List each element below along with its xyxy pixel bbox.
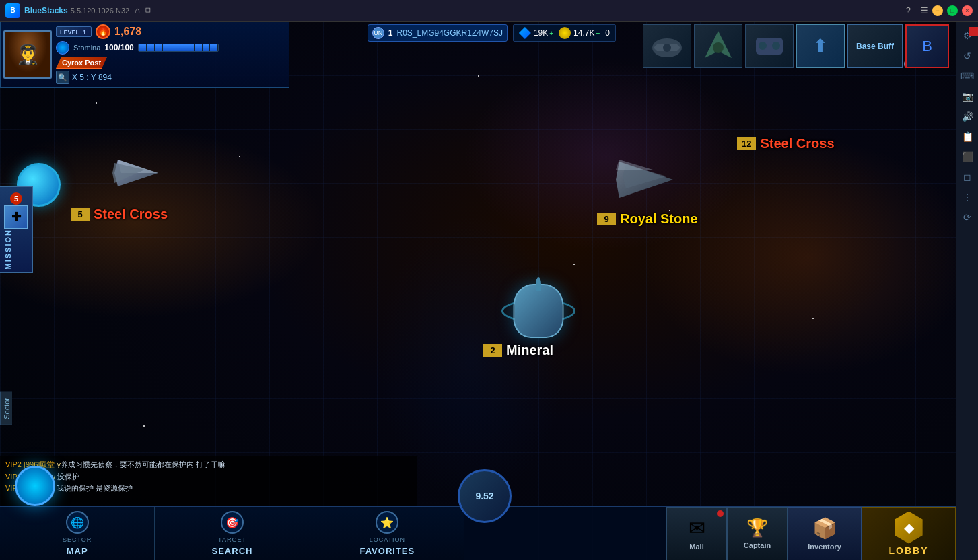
target-search-sub-label: TARGET (218, 536, 246, 543)
sector-map-main-label: MAP (67, 546, 88, 556)
crystal-plus: + (549, 30, 553, 37)
map-label-mineral[interactable]: 2 Mineral (483, 343, 553, 358)
stamina-values: 100/100 (104, 43, 133, 53)
sidebar-tool-4[interactable]: 📷 (958, 88, 976, 105)
coords-row: 🔍 X 5 : Y 894 (56, 71, 219, 84)
menu-icon[interactable]: ☰ (920, 5, 928, 15)
chat-panel: VIP2 [996]殿堂 y养成习惯先侦察，要不然可能都在保护内 打了干嘛 VI… (0, 456, 417, 506)
bottom-right-hud: ✉ Mail 🏆 Captain 📦 Inventory ◆ LOBBY (464, 506, 956, 560)
captain-icon: 🏆 (746, 518, 768, 538)
base-buff-button[interactable]: Base Buff (847, 24, 903, 68)
location-favorites-sub-label: LOCATION (370, 536, 405, 543)
sidebar-tool-3[interactable]: ⌨ (958, 67, 976, 85)
minimize-button[interactable]: − (932, 5, 943, 16)
mail-icon: ✉ (689, 516, 705, 540)
home-icon[interactable]: ⌂ (135, 5, 140, 15)
sidebar-tool-7[interactable]: ⬛ (958, 148, 976, 166)
level-label: LEVEL (60, 29, 79, 36)
energy-orb[interactable] (15, 466, 55, 506)
nav-location-favorites[interactable]: ⭐ LOCATION FAVORITES (310, 507, 464, 560)
sector-map-sub-label: SECTOR (63, 536, 92, 543)
player-info: LEVEL 1 🔥 1,678 Stamina 100/100 (56, 24, 219, 84)
mission-button[interactable]: 5 ✚ MISSION (0, 186, 33, 273)
royal-stone-badge: 9 (597, 213, 616, 225)
top-hud: 🧑‍✈️ LEVEL 1 🔥 1,678 Stamina 100/100 (0, 22, 956, 82)
thumbnail-upgrade[interactable]: ⬆ (796, 24, 845, 68)
crystal-icon (519, 27, 531, 39)
chat-message-2: VIP1 kketmrqw 没保护 (5, 471, 412, 483)
nav-target-search[interactable]: 🎯 TARGET SEARCH (155, 507, 310, 560)
svg-point-2 (713, 42, 724, 53)
unknown-resource: 0 (605, 28, 610, 38)
sidebar-tool-6[interactable]: 📋 (958, 128, 976, 145)
steel-cross-right-text: Steel Cross (760, 136, 834, 151)
inventory-button[interactable]: 📦 Inventory (788, 507, 862, 561)
steel-cross-right-badge: 12 (737, 137, 756, 150)
sidebar-tool-2[interactable]: ↺ (958, 47, 976, 65)
nav-sector-map[interactable]: 🌐 SECTOR MAP (0, 507, 155, 560)
titlebar: B BlueStacks 5.5.120.1026 N32 ⌂ ⧉ ? ☰ − … (0, 0, 978, 22)
stamina-label: Stamina (73, 44, 100, 52)
maximize-button[interactable]: □ (947, 5, 958, 16)
player-avatar[interactable]: 🧑‍✈️ (3, 30, 52, 79)
mail-label: Mail (689, 542, 703, 551)
sidebar-tool-5[interactable]: 🔊 (958, 108, 976, 125)
mineral-station[interactable] (498, 271, 565, 345)
royal-stone-text: Royal Stone (620, 211, 698, 227)
app-version: 5.5.120.1026 N32 (71, 7, 129, 15)
lobby-hex-icon: ◆ (893, 512, 925, 544)
map-label-steel-cross-right[interactable]: 12 Steel Cross (737, 136, 835, 151)
notification-dot (969, 27, 978, 36)
location-badge: Cyrox Post (56, 57, 107, 69)
level-row: LEVEL 1 🔥 1,678 (56, 24, 219, 39)
stamina-bar (138, 44, 219, 52)
close-button[interactable]: × (962, 5, 973, 16)
faction-icon: UN (372, 27, 384, 39)
bluestacks-logo: B (5, 3, 20, 18)
top-thumbnails: ⬆ Base Buff B (643, 22, 956, 68)
fleet-ship-right[interactable] (606, 156, 687, 206)
question-icon[interactable]: ? (906, 5, 911, 15)
coords-text: X 5 : Y 894 (72, 73, 112, 82)
captain-button[interactable]: 🏆 Captain (727, 507, 788, 561)
steel-cross-left-badge: 5 (71, 208, 90, 221)
mission-label: MISSION (4, 229, 12, 269)
stamina-icon (56, 41, 69, 55)
lobby-button[interactable]: ◆ LOBBY (862, 507, 956, 561)
chat-message-1: VIP2 [996]殿堂 y养成习惯先侦察，要不然可能都在保护内 打了干嘛 (5, 459, 412, 471)
sidebar-tool-10[interactable]: ⟳ (958, 209, 976, 226)
svg-point-4 (759, 42, 767, 50)
map-label-steel-cross-left[interactable]: 5 Steel Cross (71, 207, 168, 222)
player-name: R0S_LMG94GGKR1Z4W7SJ (397, 28, 503, 38)
sector-map-icon: 🌐 (66, 511, 89, 534)
top-center-hud: UN 1 R0S_LMG94GGKR1Z4W7SJ 19K + 14.7K + … (368, 22, 643, 42)
window-controls: ? ☰ − □ × (901, 5, 973, 16)
thumbnail-1[interactable] (643, 24, 691, 68)
thumbnail-3[interactable] (745, 24, 794, 68)
mail-button[interactable]: ✉ Mail (666, 507, 727, 561)
thumbnail-2[interactable] (694, 24, 742, 68)
search-coords-button[interactable]: 🔍 (56, 71, 69, 84)
fleet-ship-left[interactable] (104, 153, 172, 196)
mail-notification-dot (717, 510, 724, 517)
steel-cross-icon: ✚ (4, 205, 28, 229)
mineral-text: Mineral (506, 343, 553, 358)
gold-plus: + (596, 30, 600, 37)
power-icon: 🔥 (96, 24, 110, 39)
gold-resource: 14.7K + (559, 27, 600, 39)
unknown-value: 0 (605, 28, 610, 38)
map-label-royal-stone[interactable]: 9 Royal Stone (597, 211, 698, 227)
gold-value: 14.7K (573, 28, 594, 38)
game-container: 🧑‍✈️ LEVEL 1 🔥 1,678 Stamina 100/100 (0, 22, 956, 560)
faction-badge[interactable]: UN 1 R0S_LMG94GGKR1Z4W7SJ (368, 24, 508, 42)
captain-label: Captain (744, 541, 771, 549)
level-badge: LEVEL 1 (56, 26, 92, 37)
sector-tab[interactable]: Sector (0, 392, 12, 425)
timer-display: 9.52 (458, 469, 512, 523)
stamina-row: Stamina 100/100 (56, 41, 219, 55)
bluestacks-app-button[interactable]: B (905, 24, 949, 68)
sidebar-tool-8[interactable]: ◻ (958, 168, 976, 186)
clone-icon[interactable]: ⧉ (145, 5, 151, 16)
target-search-main-label: SEARCH (212, 546, 253, 556)
sidebar-tool-9[interactable]: ⋮ (958, 188, 976, 206)
